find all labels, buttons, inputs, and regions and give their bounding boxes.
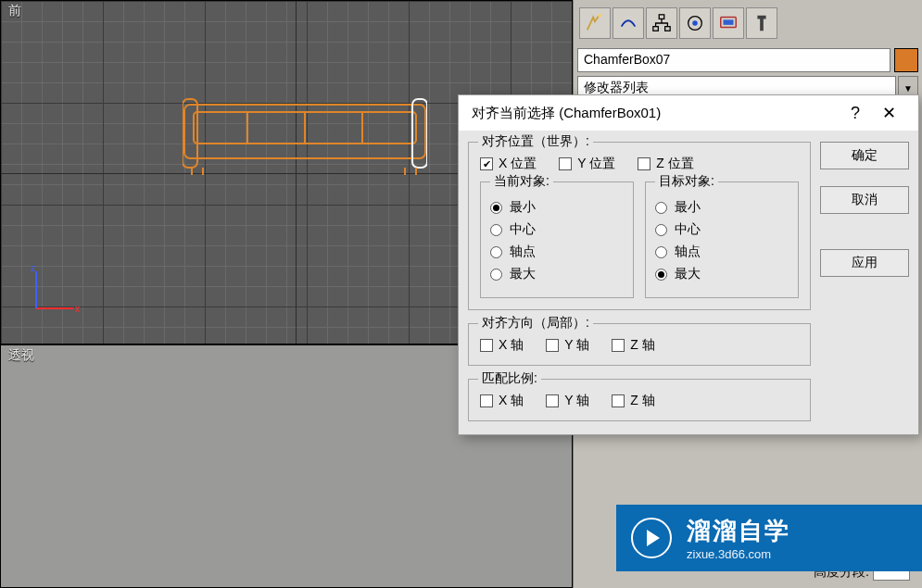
scale-x-checkbox[interactable]: X 轴 (480, 393, 524, 409)
match-scale-group: 匹配比例: X 轴 Y 轴 Z 轴 (468, 379, 811, 421)
watermark-play-icon (631, 518, 672, 558)
scale-y-checkbox[interactable]: Y 轴 (546, 393, 589, 409)
viewport-perspective-label: 透视 (8, 347, 34, 364)
svg-rect-28 (665, 27, 671, 31)
dialog-title-text: 对齐当前选择 (ChamferBox01) (472, 105, 661, 122)
object-color-swatch[interactable] (894, 48, 918, 72)
watermark-title: 溜溜自学 (687, 515, 790, 547)
target-min-radio[interactable]: 最小 (655, 199, 789, 216)
watermark-url: zixue.3d66.com (687, 547, 790, 561)
orient-z-checkbox[interactable]: Z 轴 (612, 337, 654, 354)
svg-text:x: x (75, 304, 80, 314)
target-max-radio[interactable]: 最大 (655, 266, 789, 282)
modify-tab-icon[interactable] (613, 7, 644, 39)
current-center-radio[interactable]: 中心 (490, 221, 624, 238)
cancel-button[interactable]: 取消 (820, 186, 909, 214)
svg-point-25 (599, 14, 602, 18)
motion-tab-icon[interactable] (679, 7, 711, 39)
current-object-group: 当前对象: 最小 中心 轴点 最大 (480, 181, 634, 298)
align-position-group: 对齐位置（世界）: X 位置 Y 位置 Z 位置 当前对象: 最小 中心 轴点 … (468, 142, 811, 310)
target-object-group: 目标对象: 最小 中心 轴点 最大 (645, 181, 799, 298)
dialog-titlebar[interactable]: 对齐当前选择 (ChamferBox01) ? ✕ (459, 95, 918, 131)
svg-rect-27 (653, 27, 659, 31)
align-position-legend: 对齐位置（世界）: (478, 133, 593, 150)
dialog-close-button[interactable]: ✕ (872, 96, 905, 130)
svg-text:z: z (31, 263, 35, 273)
svg-rect-32 (724, 19, 734, 24)
create-tab-icon[interactable] (579, 7, 611, 39)
current-max-radio[interactable]: 最大 (490, 266, 624, 282)
current-min-radio[interactable]: 最小 (490, 199, 624, 216)
utilities-tab-icon[interactable] (746, 7, 777, 39)
hierarchy-tab-icon[interactable] (646, 7, 677, 39)
viewport-front-label: 前 (8, 3, 21, 19)
object-name-input[interactable]: ChamferBox07 (577, 48, 890, 72)
dialog-help-button[interactable]: ? (839, 96, 872, 130)
ok-button[interactable]: 确定 (820, 142, 909, 169)
target-center-radio[interactable]: 中心 (655, 221, 789, 238)
align-dialog: 对齐当前选择 (ChamferBox01) ? ✕ 对齐位置（世界）: X 位置… (458, 94, 919, 435)
watermark-banner: 溜溜自学 zixue.3d66.com (616, 505, 922, 571)
y-position-checkbox[interactable]: Y 位置 (559, 156, 615, 172)
z-position-checkbox[interactable]: Z 位置 (638, 156, 693, 172)
current-pivot-radio[interactable]: 轴点 (490, 244, 624, 260)
orient-x-checkbox[interactable]: X 轴 (480, 337, 524, 354)
x-position-checkbox[interactable]: X 位置 (480, 156, 537, 172)
svg-rect-26 (659, 15, 664, 19)
align-orientation-group: 对齐方向（局部）: X 轴 Y 轴 Z 轴 (468, 323, 811, 366)
axis-gizmo: x z (27, 262, 82, 318)
scale-z-checkbox[interactable]: Z 轴 (612, 393, 654, 409)
command-panel-tabs (577, 4, 918, 43)
svg-point-30 (692, 20, 698, 26)
apply-button[interactable]: 应用 (820, 249, 909, 277)
sofa-front-wireframe (183, 95, 427, 175)
target-pivot-radio[interactable]: 轴点 (655, 244, 789, 260)
orient-y-checkbox[interactable]: Y 轴 (546, 337, 589, 354)
display-tab-icon[interactable] (713, 7, 744, 39)
